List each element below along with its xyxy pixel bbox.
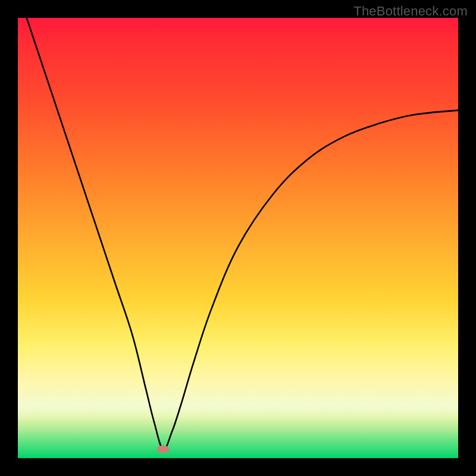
chart-frame: TheBottleneck.com	[0, 0, 476, 476]
plot-area	[18, 18, 458, 458]
minima-marker	[157, 446, 169, 453]
watermark-text: TheBottleneck.com	[353, 4, 468, 19]
bottleneck-curve	[18, 18, 458, 458]
